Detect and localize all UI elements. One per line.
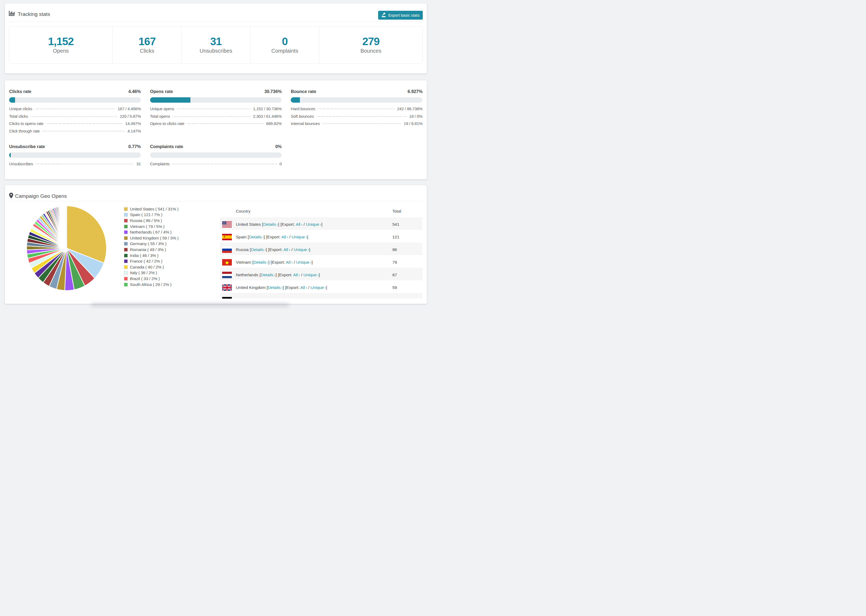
chevron-right-icon: ›	[312, 297, 313, 299]
summary-stat-unsubscribes: 31Unsubscribes	[181, 27, 250, 63]
country-name: Russia	[236, 247, 249, 252]
rate-stat-value: 18 / 0%	[409, 114, 422, 118]
legend-item: Italy ( 36 / 2% )	[124, 270, 179, 276]
export-all-link[interactable]: All›	[296, 222, 302, 226]
dotted-leader	[187, 123, 264, 124]
dotted-leader	[322, 123, 401, 124]
rate-stat-value: 220 / 5.87%	[120, 114, 141, 118]
legend-swatch	[124, 219, 128, 223]
rate-stat-value: 19 / 6.81%	[404, 121, 422, 126]
rate-stat-row: Soft bounces18 / 0%	[291, 114, 422, 121]
dotted-leader	[30, 116, 118, 117]
details-link[interactable]: Details›	[251, 247, 266, 252]
export-unique-link[interactable]: Unique›	[291, 235, 307, 239]
details-link[interactable]: Details›	[268, 285, 283, 290]
geo-pie-chart[interactable]	[26, 205, 107, 291]
country-name: Germany	[236, 298, 253, 299]
country-name: United States	[236, 222, 261, 226]
export-basic-stats-label: Export basic stats	[388, 13, 420, 17]
summary-stat-opens: 1,152Opens	[9, 27, 112, 63]
rate-stat-label: Total clicks	[9, 114, 28, 118]
details-label: Details	[261, 272, 273, 277]
geo-header: Campaign Geo Opens	[9, 185, 422, 200]
summary-stat-clicks: 167Clicks	[112, 27, 181, 63]
legend-label: Brazil ( 33 / 2% )	[130, 276, 160, 281]
export-all-link[interactable]: All›	[283, 247, 290, 252]
details-link[interactable]: Details›	[254, 260, 268, 264]
rate-stat-value: 167 / 4.456%	[118, 107, 141, 111]
export-unique-link[interactable]: Unique›	[311, 285, 326, 290]
export-all-label: All	[283, 247, 288, 252]
geo-table-row-us: United States [Details›] [Export: All› /…	[220, 217, 422, 230]
chevron-right-icon: ›	[290, 259, 293, 266]
export-all-link[interactable]: All›	[301, 285, 307, 290]
rate-stat-label: Unsubscribes	[9, 162, 33, 166]
dotted-leader	[172, 116, 251, 117]
details-link[interactable]: Details›	[263, 222, 278, 226]
rate-progress-bar	[9, 97, 141, 103]
rate-stat-row: Clicks to opens rate14.497%	[9, 121, 141, 129]
rates-grid: Clicks rate4.46%Unique clicks167 / 4.456…	[9, 80, 422, 169]
export-icon	[381, 13, 386, 18]
rate-stat-label: Unique clicks	[9, 107, 32, 111]
export-unique-link[interactable]: Unique›	[294, 247, 309, 252]
chevron-right-icon: ›	[309, 259, 312, 266]
pie-slice-other-63[interactable]	[66, 206, 67, 248]
legend-item: Brazil ( 33 / 2% )	[124, 276, 179, 282]
chevron-right-icon: ›	[288, 247, 290, 253]
country-total: 67	[392, 268, 422, 280]
export-unique-link[interactable]: Unique›	[306, 222, 321, 226]
legend-label: Spain ( 121 / 7% )	[130, 212, 162, 217]
export-all-link[interactable]: All›	[288, 298, 294, 299]
geo-table-row-ru: Russia [Details›] [Export: All› / Unique…	[220, 242, 422, 255]
country-name: Spain	[236, 235, 247, 239]
country-name: United Kingdom	[236, 285, 265, 290]
dotted-leader	[172, 164, 277, 164]
rate-stat-value: 31	[136, 162, 141, 166]
chevron-right-icon: ›	[276, 221, 278, 228]
rate-progress-bar	[9, 152, 141, 158]
summary-stat-value: 0	[282, 36, 288, 47]
export-all-link[interactable]: All›	[281, 235, 288, 239]
export-unique-link[interactable]: Unique›	[296, 260, 312, 264]
details-link[interactable]: Details›	[261, 272, 276, 277]
export-all-link[interactable]: All›	[293, 272, 300, 277]
summary-stat-label: Complaints	[271, 48, 298, 54]
export-basic-stats-button[interactable]: Export basic stats	[378, 11, 423, 20]
rate-stat-row: Hard bounces242 / 86.738%	[291, 107, 422, 114]
export-unique-link[interactable]: Unique›	[298, 298, 313, 299]
legend-swatch	[124, 271, 128, 275]
rate-stat-label: Hard bounces	[291, 107, 315, 111]
legend-swatch	[124, 265, 128, 269]
dotted-leader	[46, 123, 123, 124]
rate-stat-label: Total opens	[150, 114, 170, 118]
summary-stat-bounces: 279Bounces	[319, 27, 422, 63]
details-link[interactable]: Details›	[249, 235, 264, 239]
geo-table-header-flag	[220, 205, 236, 217]
dotted-leader	[177, 108, 251, 109]
country-name: Netherlands	[236, 272, 258, 277]
rate-stat-value: 2,303 / 61.446%	[253, 114, 282, 118]
legend-item: Canada ( 40 / 2% )	[124, 264, 179, 270]
export-unique-label: Unique	[296, 260, 309, 264]
rate-progress-fill	[9, 97, 15, 103]
legend-item: Vietnam ( 79 / 5% )	[124, 224, 179, 229]
rate-stat-row: Internal bounces19 / 6.81%	[291, 121, 422, 129]
export-all-label: All	[296, 222, 301, 226]
export-unique-label: Unique	[294, 247, 307, 252]
rate-block-clicks-rate: Clicks rate4.46%Unique clicks167 / 4.456…	[9, 85, 141, 136]
legend-item: Netherlands ( 67 / 4% )	[124, 229, 179, 235]
chevron-right-icon: ›	[305, 284, 307, 291]
legend-label: Russia ( 86 / 5% )	[130, 218, 162, 223]
rate-stat-value: 14.497%	[125, 121, 141, 126]
rate-block-bounce-rate: Bounce rate6.927%Hard bounces242 / 86.73…	[291, 85, 422, 136]
legend-item: United Kingdom ( 59 / 3% )	[124, 235, 179, 241]
rate-stat-label: Click through rate	[9, 129, 40, 133]
details-link[interactable]: Details›	[255, 298, 270, 299]
export-unique-link[interactable]: Unique›	[303, 272, 319, 277]
export-all-label: All	[286, 260, 290, 264]
export-all-link[interactable]: All›	[286, 260, 293, 264]
rate-title: Bounce rate	[291, 88, 316, 94]
legend-swatch	[124, 207, 128, 211]
chevron-right-icon: ›	[316, 272, 319, 278]
